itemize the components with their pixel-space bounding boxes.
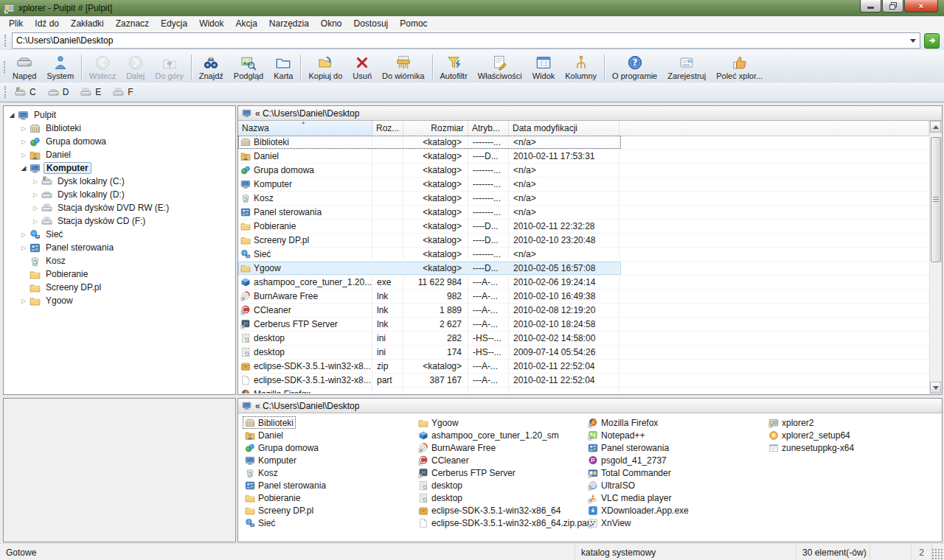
expander-collapsed-icon[interactable]: ▷ <box>30 205 41 211</box>
file-item[interactable]: Screeny DP.pl <box>243 504 316 517</box>
toolbar-button-do-wiornika[interactable]: Do wiórnika <box>377 51 429 83</box>
scroll-down-button[interactable] <box>930 382 941 393</box>
file-item[interactable]: Sieć <box>243 517 277 529</box>
file-row[interactable]: Mozilla Firefox <box>238 388 929 393</box>
tree-item-ygoow[interactable]: ▷Ygoow <box>4 294 235 307</box>
file-item[interactable]: desktop <box>416 491 465 504</box>
file-row[interactable]: Komputer<katalog>-------...<n/a> <box>238 178 929 192</box>
file-row[interactable]: Pobieranie<katalog>----D...2010-02-11 22… <box>238 220 929 234</box>
file-item[interactable]: Total Commander <box>586 466 673 479</box>
file-item[interactable]: BurnAware Free <box>416 441 498 454</box>
file-item[interactable]: Biblioteki <box>243 416 296 429</box>
file-item[interactable]: Kosz <box>243 466 280 479</box>
file-item[interactable]: xplorer2 <box>766 416 816 429</box>
tree-item-grupa-domowa[interactable]: ▷Grupa domowa <box>4 135 235 148</box>
file-item[interactable]: Mozilla Firefox <box>586 416 660 429</box>
toolbar-button-wlasciwosci[interactable]: Właściwości <box>473 51 527 83</box>
file-row[interactable]: eclipse-SDK-3.5.1-win32-x8...zip<katalog… <box>238 360 929 374</box>
toolbar-button-autofiltr[interactable]: Autofiltr <box>435 51 473 83</box>
file-item[interactable]: CCleaner <box>416 454 471 466</box>
file-row[interactable]: Sieć<katalog>-------...<n/a> <box>238 248 929 262</box>
tree-item-pulpit[interactable]: ◢Pulpit <box>4 108 235 122</box>
drive-button-f[interactable]: F <box>108 85 138 99</box>
menu-item-akcja[interactable]: Akcja <box>229 17 263 30</box>
tree-item-sie-[interactable]: ▷Sieć <box>4 228 235 241</box>
menu-item-okno[interactable]: Okno <box>315 17 348 30</box>
expander-collapsed-icon[interactable]: ▷ <box>18 125 29 132</box>
toolbar-button-polec[interactable]: Poleć xplor... <box>711 51 768 83</box>
file-row[interactable]: Kosz<katalog>-------...<n/a> <box>238 192 929 206</box>
toolbar-button-usun[interactable]: Usuń <box>347 51 377 83</box>
toolbar-button-system[interactable]: System <box>41 51 79 83</box>
file-item[interactable]: eclipse-SDK-3.5.1-win32-x86_64.zip.part <box>416 517 594 529</box>
address-input[interactable] <box>16 35 907 46</box>
expander-expanded-icon[interactable]: ◢ <box>7 111 17 119</box>
menu-item-widok[interactable]: Widok <box>193 17 229 30</box>
file-item[interactable]: Pobieranie <box>243 491 302 504</box>
address-dropdown-button[interactable] <box>907 34 918 47</box>
tree-item-biblioteki[interactable]: ▷Biblioteki <box>4 122 235 135</box>
drive-button-d[interactable]: D <box>43 85 74 99</box>
tree-item-screeny-dp-pl[interactable]: Screeny DP.pl <box>4 281 235 294</box>
file-row[interactable]: Grupa domowa<katalog>-------...<n/a> <box>238 164 929 178</box>
expander-collapsed-icon[interactable]: ▷ <box>30 178 41 185</box>
drive-button-e[interactable]: E <box>75 85 106 99</box>
toolbar-button-widok[interactable]: Widok <box>527 51 560 83</box>
tree-item-kosz[interactable]: Kosz <box>4 254 235 267</box>
column-header-rozmiar[interactable]: Rozmiar <box>403 121 468 136</box>
file-item[interactable]: VLC media player <box>586 491 673 504</box>
tree-item-panel-sterowania[interactable]: ▷Panel sterowania <box>4 241 235 254</box>
top-pane-header[interactable]: « C:\Users\Daniel\Desktop <box>238 106 942 121</box>
resize-grip[interactable] <box>932 548 943 559</box>
tree-item-stacja-dysk-w-cd-f-[interactable]: ▷Stacja dysków CD (F:) <box>4 214 235 228</box>
expander-collapsed-icon[interactable]: ▷ <box>18 139 29 145</box>
file-item[interactable]: Notepad++ <box>586 429 647 441</box>
go-button[interactable] <box>924 33 940 49</box>
column-header-datamodyfikacji[interactable]: Data modyfikacji <box>509 121 620 136</box>
vertical-scrollbar[interactable] <box>929 121 942 393</box>
minimize-button[interactable] <box>860 0 881 13</box>
file-item[interactable]: eclipse-SDK-3.5.1-win32-x86_64 <box>416 504 563 517</box>
scroll-up-button[interactable] <box>930 121 941 133</box>
file-item[interactable]: Komputer <box>243 454 299 466</box>
toolbar-grip[interactable] <box>4 35 8 46</box>
file-row[interactable]: desktopini174-HS--...2009-07-14 05:54:26 <box>238 346 929 360</box>
toolbar-button-kopiuj-do[interactable]: Kopiuj do <box>303 51 347 83</box>
file-item[interactable]: XnView <box>586 517 633 529</box>
column-header-atryb[interactable]: Atryb... <box>468 121 509 136</box>
file-item[interactable]: Grupa domowa <box>243 441 321 454</box>
toolbar-button-podglad[interactable]: Podgląd <box>229 51 268 83</box>
tree-item-pobieranie[interactable]: Pobieranie <box>4 267 235 281</box>
bottom-pane-header[interactable]: « C:\Users\Daniel\Desktop <box>238 399 942 413</box>
expander-collapsed-icon[interactable]: ▷ <box>18 245 29 251</box>
file-row[interactable]: Daniel<katalog>----D...2010-02-11 17:53:… <box>238 150 929 164</box>
tree-item-komputer[interactable]: ◢Komputer <box>4 161 235 175</box>
column-header-nazwa[interactable]: ▴Nazwa <box>238 121 372 136</box>
menu-item-plik[interactable]: Plik <box>3 17 29 30</box>
menu-item-zak-adki[interactable]: Zakładki <box>65 17 110 30</box>
file-row[interactable]: Panel sterowania<katalog>-------...<n/a> <box>238 206 929 220</box>
file-row[interactable]: desktopini282-HS--...2010-02-02 14:58:00 <box>238 332 929 346</box>
expander-collapsed-icon[interactable]: ▷ <box>18 231 29 238</box>
file-item[interactable]: Daniel <box>243 429 285 441</box>
file-item[interactable]: XDownloader.App.exe <box>586 504 691 517</box>
expander-collapsed-icon[interactable]: ▷ <box>30 192 41 198</box>
toolbar-button-naped[interactable]: Napęd <box>7 51 41 83</box>
file-item[interactable]: Panel sterowania <box>243 479 328 491</box>
tree-item-stacja-dysk-w-dvd-rw-e-[interactable]: ▷Stacja dysków DVD RW (E:) <box>4 201 235 214</box>
file-row[interactable]: ashampoo_core_tuner_1.20...exe11 622 984… <box>238 276 929 290</box>
file-item[interactable]: ashampoo_core_tuner_1.20_sm <box>416 429 561 441</box>
menu-item-narz-dzia[interactable]: Narzędzia <box>263 17 315 30</box>
toolbar-button-zarejestruj[interactable]: Zarejestruj <box>662 51 711 83</box>
file-item[interactable]: UltraISO <box>586 479 637 491</box>
restore-button[interactable] <box>882 0 903 13</box>
file-item[interactable]: psgold_41_2737 <box>586 454 669 466</box>
file-row[interactable]: BurnAware Freelnk982---A-...2010-02-10 1… <box>238 290 929 304</box>
expander-collapsed-icon[interactable]: ▷ <box>18 152 29 158</box>
menu-item-edycja[interactable]: Edycja <box>155 17 193 30</box>
menu-item-id-do[interactable]: Idź do <box>29 17 65 30</box>
toolbar-button-karta[interactable]: Karta <box>268 51 298 83</box>
scrollbar-thumb[interactable] <box>931 137 941 262</box>
file-row[interactable]: Biblioteki<katalog>-------...<n/a> <box>238 136 929 150</box>
file-item[interactable]: zunesetuppkg-x64 <box>766 441 856 454</box>
